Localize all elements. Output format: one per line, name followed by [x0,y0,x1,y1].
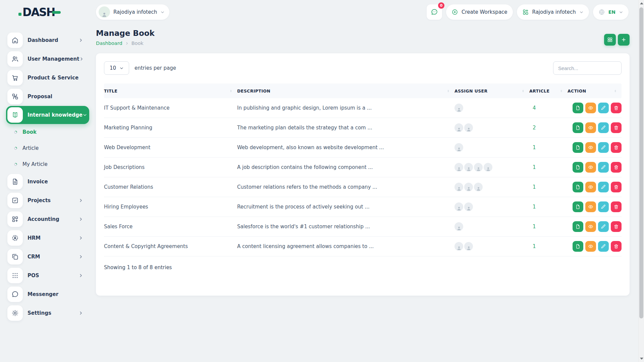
view-button[interactable] [585,201,596,212]
language-selector[interactable]: EN [593,4,629,20]
sidebar-item-settings[interactable]: Settings [7,304,88,322]
column-header-description[interactable]: DESCRIPTION [237,83,454,98]
sidebar-item-crm[interactable]: CRM [7,247,88,266]
article-list-button[interactable] [573,241,583,252]
sort-icon [446,89,450,93]
delete-button[interactable] [611,241,622,252]
view-button[interactable] [585,122,596,133]
page-scrollbar[interactable] [638,0,644,362]
sidebar-subitem-book[interactable]: Book [7,124,96,140]
file-icon [575,224,581,229]
edit-button[interactable] [598,122,609,133]
company-selector[interactable]: Rajodiya infotech [96,4,169,20]
article-list-button[interactable] [573,182,583,192]
view-button[interactable] [585,182,596,192]
delete-button[interactable] [611,103,622,113]
sidebar-item-user-management[interactable]: User Management [7,50,88,68]
view-button[interactable] [585,142,596,153]
sidebar-item-proposal[interactable]: Proposal [7,87,88,106]
assigned-user-avatar [454,143,463,152]
eye-icon [588,105,593,111]
article-list-button[interactable] [573,221,583,232]
sub-dot-icon [13,130,18,134]
column-header-title[interactable]: TITLE [104,83,237,98]
sidebar-item-dashboard[interactable]: Dashboard [7,31,88,50]
scrollbar-thumb[interactable] [639,7,643,318]
cell-article: 1 [529,164,568,170]
article-list-button[interactable] [573,201,583,212]
search-input[interactable] [553,61,622,75]
column-header-assign-user[interactable]: ASSIGN USER [454,83,529,98]
article-count-link[interactable]: 1 [529,144,536,150]
delete-button[interactable] [611,122,622,133]
delete-button[interactable] [611,142,622,153]
workspace-name: Rajodiya infotech [532,9,576,15]
assigned-user-avatar [464,202,473,211]
article-list-button[interactable] [573,142,583,153]
delete-button[interactable] [611,182,622,192]
article-count-link[interactable]: 1 [529,184,536,190]
sidebar-item-pos[interactable]: POS [7,266,88,285]
table-header: TITLE DESCRIPTION ASSIGN USER ARTICLE AC… [104,83,622,98]
edit-button[interactable] [598,103,609,113]
article-count-link[interactable]: 1 [529,243,536,249]
column-header-action[interactable]: ACTION [568,83,622,98]
trash-icon [613,165,619,170]
article-count-link[interactable]: 1 [529,204,536,210]
edit-button[interactable] [598,201,609,212]
eye-icon [588,224,593,229]
edit-button[interactable] [598,182,609,192]
breadcrumb-dashboard-link[interactable]: Dashboard [96,41,122,46]
file-icon [575,125,581,130]
sidebar-subitem-article[interactable]: Article [7,140,96,156]
edit-button[interactable] [598,241,609,252]
sidebar-item-hrm[interactable]: HRM [7,229,88,247]
brand-name: DASH [22,6,55,19]
workspace-selector[interactable]: Rajodiya infotech [517,4,589,20]
entries-per-page-select[interactable]: 10 [104,61,129,75]
article-count-link[interactable]: 1 [529,224,536,230]
person-icon [466,126,472,132]
column-header-label: ACTION [568,88,586,94]
brand-logo[interactable]: DASH [18,6,61,19]
article-count-link[interactable]: 1 [529,164,536,170]
sidebar-item-messenger[interactable]: Messenger [7,285,88,304]
cart-icon [11,74,19,81]
view-button[interactable] [585,221,596,232]
view-button[interactable] [585,241,596,252]
projects-icon [11,197,19,204]
sidebar-item-accounting[interactable]: Accounting [7,210,88,229]
add-book-button[interactable] [618,34,630,46]
sidebar-item-projects[interactable]: Projects [7,191,88,210]
scrollbar-down-arrow[interactable] [640,358,643,360]
edit-button[interactable] [598,142,609,153]
sidebar-icon-tile [7,107,23,123]
person-icon [456,166,462,172]
edit-button[interactable] [598,162,609,173]
sidebar-item-label: Invoice [28,179,48,185]
person-icon [456,126,462,132]
view-button[interactable] [585,103,596,113]
article-count-link[interactable]: 4 [529,105,536,111]
sidebar-item-internal-knowledge[interactable]: Internal knowledge [6,106,89,124]
view-button[interactable] [585,162,596,173]
sidebar-item-product-service[interactable]: Product & Service [7,68,88,87]
delete-button[interactable] [611,201,622,212]
messenger-button[interactable]: 0 [427,4,442,20]
scrollbar-up-arrow[interactable] [640,2,643,4]
person-icon [466,205,472,211]
edit-button[interactable] [598,221,609,232]
article-list-button[interactable] [573,122,583,133]
article-list-button[interactable] [573,162,583,173]
sidebar-item-invoice[interactable]: Invoice [7,172,88,191]
article-count-link[interactable]: 2 [529,125,536,131]
table-row: IT Support & Maintenance In publishing a… [104,98,622,118]
sidebar-icon-tile [7,230,23,246]
grid-view-button[interactable] [604,34,616,46]
column-header-article[interactable]: ARTICLE [529,83,568,98]
create-workspace-button[interactable]: Create Workspace [446,4,513,20]
sidebar-subitem-my-article[interactable]: My Article [7,156,96,172]
delete-button[interactable] [611,221,622,232]
delete-button[interactable] [611,162,622,173]
article-list-button[interactable] [573,103,583,113]
